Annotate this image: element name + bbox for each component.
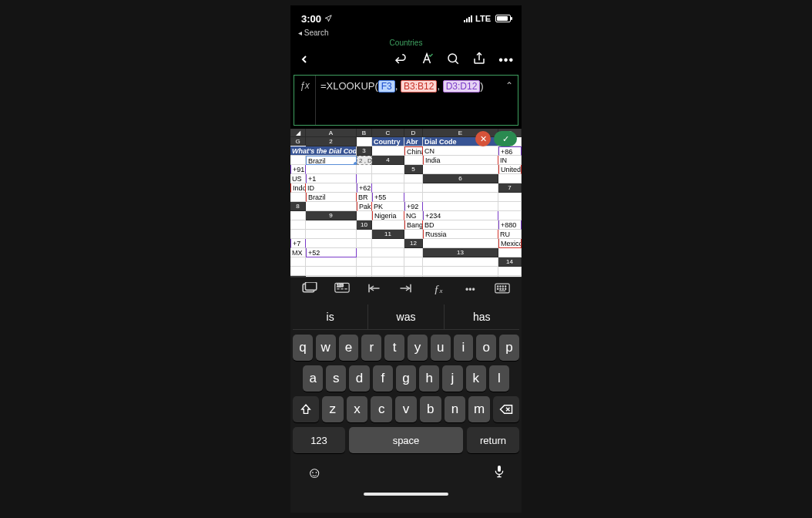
row-header-12[interactable]: 12 (404, 239, 423, 248)
corner-cell[interactable]: ◢ (290, 129, 306, 137)
cell-G6[interactable] (423, 183, 498, 193)
cell-country-10[interactable]: Bangladesh (404, 220, 423, 230)
share-icon[interactable] (472, 52, 486, 69)
row-header-5[interactable]: 5 (404, 165, 423, 174)
cell-F4[interactable] (357, 165, 372, 174)
delete-key[interactable] (493, 396, 519, 422)
more-icon[interactable]: ••• (498, 53, 514, 67)
cell-F7[interactable] (423, 193, 498, 202)
key-p[interactable]: p (499, 335, 519, 361)
dictation-key[interactable] (493, 464, 505, 483)
key-f[interactable]: f (373, 365, 393, 392)
formula-bar[interactable]: ƒx =XLOOKUP( F3 , B3:B12 , D3:D12 ) ⌃ (294, 75, 518, 126)
cell-abbr-5[interactable]: US (290, 174, 306, 183)
cell-abbr-8[interactable]: PK (372, 202, 404, 211)
back-button[interactable] (298, 50, 310, 70)
cell-empty[interactable] (357, 267, 372, 276)
cell-A5[interactable] (423, 165, 498, 174)
lookup-question[interactable]: What's the Dial Code? (290, 146, 357, 156)
cell-code-8[interactable]: +92 (404, 202, 423, 211)
cell-F6[interactable] (404, 183, 423, 193)
key-b[interactable]: b (420, 396, 441, 422)
cell-F5[interactable] (372, 174, 404, 183)
row-header-10[interactable]: 10 (357, 220, 372, 230)
cell-country-8[interactable]: Pakistan (357, 202, 372, 211)
home-indicator[interactable] (364, 493, 448, 496)
row-header-7[interactable]: 7 (498, 183, 522, 193)
cell-E5[interactable] (357, 174, 372, 183)
cell-E7[interactable] (404, 193, 423, 202)
formula-result-cell[interactable]: 2 , D3:D12 ) (357, 156, 372, 165)
col-header-A[interactable]: A (306, 129, 357, 137)
text-format-icon[interactable] (420, 52, 434, 69)
col-header-D[interactable]: D (404, 129, 423, 137)
cell-G10[interactable] (357, 230, 372, 239)
cell-country-7[interactable]: Brazil (306, 193, 357, 202)
cell-code-5[interactable]: +1 (306, 174, 357, 183)
cell-code-6[interactable]: +62 (357, 183, 372, 193)
key-i[interactable]: i (454, 335, 474, 361)
cell-country-5[interactable]: United States (498, 165, 522, 174)
cell-A11[interactable] (404, 230, 423, 239)
cell-E3[interactable] (290, 156, 306, 165)
key-v[interactable]: v (395, 396, 417, 422)
cell-A12[interactable] (423, 239, 498, 248)
row-header-15[interactable]: 15 (290, 276, 306, 277)
function-icon[interactable]: ƒx (428, 283, 449, 296)
cell-empty[interactable] (423, 267, 498, 276)
cell-code-11[interactable]: +7 (290, 239, 306, 248)
row-header-6[interactable]: 6 (423, 174, 498, 183)
cell-empty[interactable] (290, 267, 306, 276)
suggestion-2[interactable]: was (368, 304, 444, 329)
cell-code-9[interactable]: +234 (423, 211, 498, 220)
cell-empty[interactable] (423, 257, 498, 267)
row-header-8[interactable]: 8 (290, 202, 306, 211)
cell-abbr-12[interactable]: MX (290, 248, 306, 257)
row-header-11[interactable]: 11 (372, 230, 404, 239)
key-o[interactable]: o (476, 335, 496, 361)
cell-country-9[interactable]: Nigeria (372, 211, 404, 220)
cancel-formula-button[interactable]: ✕ (475, 131, 491, 146)
key-n[interactable]: n (445, 396, 466, 422)
cell-A10[interactable] (372, 220, 404, 230)
cell-E12[interactable] (357, 248, 372, 257)
space-key[interactable]: space (349, 427, 463, 453)
cell-A6[interactable] (498, 174, 522, 183)
confirm-formula-button[interactable]: ✓ (494, 131, 517, 146)
key-a[interactable]: a (303, 365, 323, 392)
align-right-icon[interactable] (395, 283, 417, 296)
cell-A4[interactable] (404, 156, 423, 165)
header-country[interactable]: Country (372, 137, 404, 146)
cell-country-12[interactable]: Mexico (498, 239, 522, 248)
cell-empty[interactable] (498, 248, 522, 257)
cell-empty[interactable] (372, 276, 404, 277)
cell-code-12[interactable]: +52 (306, 248, 357, 257)
cell-abbr-3[interactable]: CN (423, 146, 498, 156)
formula-input[interactable]: =XLOOKUP( F3 , B3:B12 , D3:D12 ) (316, 76, 518, 125)
cell-abbr-9[interactable]: NG (404, 211, 423, 220)
cell-A3[interactable] (372, 146, 404, 156)
formula-arg-1[interactable]: F3 (378, 80, 395, 92)
col-header-B[interactable]: B (357, 129, 372, 137)
key-m[interactable]: m (468, 396, 490, 422)
cell-empty[interactable] (372, 257, 404, 267)
header-abbr[interactable]: Abr (404, 137, 423, 146)
cell-E11[interactable] (306, 239, 357, 248)
cell-E4[interactable] (306, 165, 357, 174)
cell-country-3[interactable]: China (404, 146, 423, 156)
key-e[interactable]: e (339, 335, 359, 361)
row-header-13[interactable]: 13 (423, 248, 498, 257)
key-h[interactable]: h (419, 365, 439, 392)
cell-abbr-6[interactable]: ID (306, 183, 357, 193)
key-k[interactable]: k (466, 365, 486, 392)
cell-country-4[interactable]: India (423, 156, 498, 165)
toolbar-more-icon[interactable]: ••• (459, 284, 481, 295)
cell-G9[interactable] (306, 220, 357, 230)
cell-abbr-11[interactable]: RU (498, 230, 522, 239)
undo-icon[interactable] (394, 52, 408, 69)
row-header-4[interactable]: 4 (372, 156, 404, 165)
cell-abbr-7[interactable]: BR (357, 193, 372, 202)
cell-country-11[interactable]: Russia (423, 230, 498, 239)
cell-abbr-10[interactable]: BD (423, 220, 498, 230)
cell-country-6[interactable]: Indonesia (290, 183, 306, 193)
